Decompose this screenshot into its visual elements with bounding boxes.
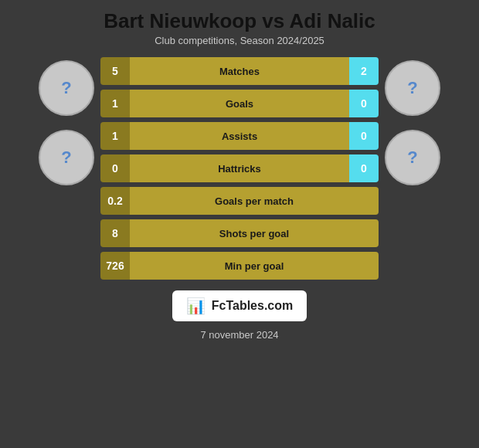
stat-row-assists: 1Assists0 [100,122,379,150]
stat-label-1: Goals [130,90,349,117]
stat-label-4: Goals per match [130,187,379,215]
left-avatars: ? ? [39,60,94,185]
avatar-left-bottom: ? [39,130,94,185]
avatar-left-top: ? [39,60,94,116]
avatar-right-top: ? [385,60,440,116]
stat-label-3: Hattricks [130,154,349,182]
stat-label-0: Matches [130,57,349,85]
stat-left-3: 0 [100,154,130,182]
stat-right-3: 0 [349,154,379,182]
stat-right-1: 0 [349,90,379,117]
stat-right-0: 2 [349,57,379,85]
stat-label-5: Shots per goal [130,219,379,247]
stat-left-4: 0.2 [100,187,130,215]
stat-row-min-per-goal: 726Min per goal [100,252,379,280]
logo-text: FcTables.com [212,299,294,313]
stat-row-goals-per-match: 0.2Goals per match [100,187,379,215]
stat-left-1: 1 [100,90,130,117]
stat-left-5: 8 [100,219,130,247]
stats-container: 5Matches21Goals01Assists00Hattricks00.2G… [100,57,379,280]
stat-row-matches: 5Matches2 [100,57,379,85]
stat-left-6: 726 [100,252,130,280]
right-avatars: ? ? [385,60,440,185]
stat-left-2: 1 [100,122,130,150]
stat-label-2: Assists [130,122,349,150]
stat-row-shots-per-goal: 8Shots per goal [100,219,379,247]
footer-logo: 📊 FcTables.com [172,290,307,321]
stat-left-0: 5 [100,57,130,85]
page-title: Bart Nieuwkoop vs Adi Nalic [0,9,479,33]
avatar-right-bottom: ? [385,130,440,185]
stat-row-goals: 1Goals0 [100,90,379,117]
stat-right-2: 0 [349,122,379,150]
logo-icon: 📊 [186,297,206,315]
date-text: 7 november 2024 [200,329,278,341]
stat-row-hattricks: 0Hattricks0 [100,154,379,182]
stat-label-6: Min per goal [130,252,379,280]
subtitle: Club competitions, Season 2024/2025 [0,35,479,46]
